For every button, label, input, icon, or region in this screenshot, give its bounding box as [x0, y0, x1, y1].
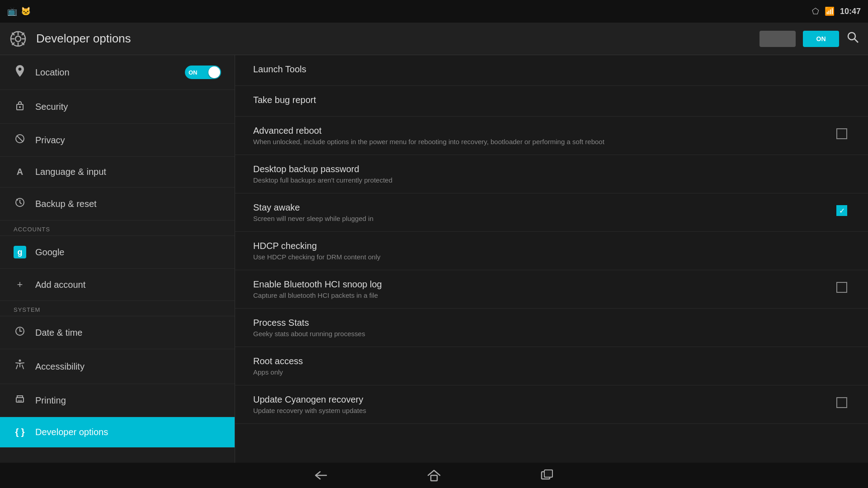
sidebar-item-printing-label: Printing	[35, 395, 66, 406]
back-button[interactable]	[310, 464, 332, 487]
content-item-desktop-backup-text: Desktop backup password Desktop full bac…	[253, 164, 850, 184]
sidebar-item-add-account[interactable]: + Add account	[0, 269, 235, 301]
sidebar-item-printing[interactable]: Printing	[0, 384, 235, 417]
content-item-process-stats[interactable]: Process Stats Geeky stats about running …	[235, 309, 868, 347]
content-panel: Launch Tools Take bug report Advanced re…	[235, 55, 868, 463]
sidebar-item-developer-options[interactable]: { } Developer options	[0, 417, 235, 448]
svg-line-11	[854, 39, 858, 42]
process-stats-title: Process Stats	[253, 318, 850, 328]
sidebar-item-google[interactable]: g Google	[0, 236, 235, 269]
sidebar-item-backup-label: Backup & reset	[35, 199, 97, 209]
advanced-reboot-checkbox-box[interactable]	[836, 128, 847, 139]
location-toggle-track[interactable]: ON	[185, 66, 221, 79]
notification-icon-1: 📺	[7, 6, 17, 16]
stay-awake-checkbox[interactable]: ✓	[834, 202, 850, 219]
advanced-reboot-title: Advanced reboot	[253, 126, 834, 136]
developer-toggle-on[interactable]: ON	[803, 31, 839, 47]
hdcp-title: HDCP checking	[253, 241, 850, 251]
svg-line-15	[17, 136, 23, 142]
status-bar-right-icons: ⬠ 📶 10:47	[812, 6, 861, 16]
home-button[interactable]	[423, 464, 445, 487]
nav-bar	[0, 463, 868, 488]
update-cyanogen-title: Update Cyanogen recovery	[253, 394, 834, 405]
content-item-update-cyanogen-text: Update Cyanogen recovery Update recovery…	[253, 394, 834, 414]
developer-toggle-off[interactable]	[760, 31, 796, 47]
root-access-subtitle: Apps only	[253, 368, 850, 376]
stay-awake-title: Stay awake	[253, 202, 834, 213]
content-item-root-access-text: Root access Apps only	[253, 356, 850, 376]
bluetooth-hci-title: Enable Bluetooth HCI snoop log	[253, 279, 834, 290]
app-bar: Developer options ON	[0, 23, 868, 55]
sidebar-item-date-time[interactable]: Date & time	[0, 316, 235, 349]
app-bar-title: Developer options	[36, 32, 750, 46]
section-header-accounts: ACCOUNTS	[0, 221, 235, 236]
stay-awake-subtitle: Screen will never sleep while plugged in	[253, 215, 834, 222]
developer-options-icon: { }	[14, 427, 26, 437]
sidebar-item-backup[interactable]: Backup & reset	[0, 188, 235, 221]
sidebar-item-location-label: Location	[35, 67, 70, 78]
status-bar-left-icons: 📺 🐱	[7, 6, 31, 16]
bluetooth-hci-checkbox-box[interactable]	[836, 282, 847, 293]
security-icon	[14, 100, 26, 113]
root-access-title: Root access	[253, 356, 850, 366]
svg-point-19	[19, 360, 21, 362]
content-item-stay-awake[interactable]: Stay awake Screen will never sleep while…	[235, 193, 868, 232]
content-item-desktop-backup[interactable]: Desktop backup password Desktop full bac…	[235, 155, 868, 193]
accessibility-icon	[14, 359, 26, 374]
content-item-process-stats-text: Process Stats Geeky stats about running …	[253, 318, 850, 338]
advanced-reboot-subtitle: When unlocked, include options in the po…	[253, 138, 834, 145]
sidebar-item-language[interactable]: A Language & input	[0, 157, 235, 188]
sidebar: Location ON Security	[0, 55, 235, 463]
sidebar-item-language-label: Language & input	[35, 167, 106, 177]
stay-awake-checkbox-box[interactable]: ✓	[836, 205, 847, 216]
backup-icon	[14, 197, 26, 210]
svg-rect-24	[544, 470, 552, 477]
date-time-icon	[14, 326, 26, 339]
content-item-launch-tools-text: Launch Tools	[253, 64, 850, 76]
content-item-root-access[interactable]: Root access Apps only	[235, 347, 868, 385]
svg-rect-21	[18, 400, 22, 402]
svg-rect-22	[431, 475, 437, 481]
update-cyanogen-subtitle: Update recovery with system updates	[253, 407, 834, 414]
location-toggle-label: ON	[189, 69, 198, 76]
sidebar-item-google-label: Google	[35, 247, 65, 258]
sidebar-item-location[interactable]: Location ON	[0, 55, 235, 90]
location-icon	[14, 65, 26, 80]
content-item-update-cyanogen[interactable]: Update Cyanogen recovery Update recovery…	[235, 385, 868, 424]
location-left: Location	[14, 65, 70, 80]
launch-tools-title: Launch Tools	[253, 64, 850, 75]
content-item-stay-awake-text: Stay awake Screen will never sleep while…	[253, 202, 834, 222]
content-item-bluetooth-hci[interactable]: Enable Bluetooth HCI snoop log Capture a…	[235, 270, 868, 309]
location-toggle-control[interactable]: ON	[185, 66, 221, 79]
sidebar-item-privacy[interactable]: Privacy	[0, 124, 235, 157]
sidebar-item-accessibility[interactable]: Accessibility	[0, 349, 235, 384]
bluetooth-hci-checkbox[interactable]	[834, 279, 850, 296]
search-button[interactable]	[846, 31, 859, 47]
sidebar-item-add-account-label: Add account	[35, 280, 85, 290]
recents-button[interactable]	[536, 464, 558, 487]
bluetooth-icon: ⬠	[812, 6, 819, 16]
advanced-reboot-checkbox[interactable]	[834, 126, 850, 142]
content-item-launch-tools[interactable]: Launch Tools	[235, 55, 868, 86]
svg-point-10	[848, 33, 855, 40]
language-icon: A	[14, 167, 26, 177]
update-cyanogen-checkbox[interactable]	[834, 394, 850, 411]
content-item-hdcp-text: HDCP checking Use HDCP checking for DRM …	[253, 241, 850, 261]
content-item-hdcp[interactable]: HDCP checking Use HDCP checking for DRM …	[235, 232, 868, 270]
process-stats-subtitle: Geeky stats about running processes	[253, 330, 850, 338]
content-item-take-bug-report-text: Take bug report	[253, 95, 850, 107]
main-layout: Location ON Security	[0, 55, 868, 463]
update-cyanogen-checkbox-box[interactable]	[836, 397, 847, 408]
hdcp-subtitle: Use HDCP checking for DRM content only	[253, 253, 850, 261]
content-item-advanced-reboot-text: Advanced reboot When unlocked, include o…	[253, 126, 834, 145]
google-icon: g	[14, 246, 26, 258]
content-item-take-bug-report[interactable]: Take bug report	[235, 86, 868, 117]
app-bar-actions: ON	[760, 31, 859, 47]
sidebar-item-accessibility-label: Accessibility	[35, 361, 85, 372]
take-bug-report-title: Take bug report	[253, 95, 850, 105]
section-header-system: SYSTEM	[0, 301, 235, 316]
wifi-icon: 📶	[825, 6, 835, 16]
sidebar-item-security[interactable]: Security	[0, 90, 235, 124]
content-item-advanced-reboot[interactable]: Advanced reboot When unlocked, include o…	[235, 117, 868, 155]
location-toggle-thumb	[208, 66, 220, 78]
